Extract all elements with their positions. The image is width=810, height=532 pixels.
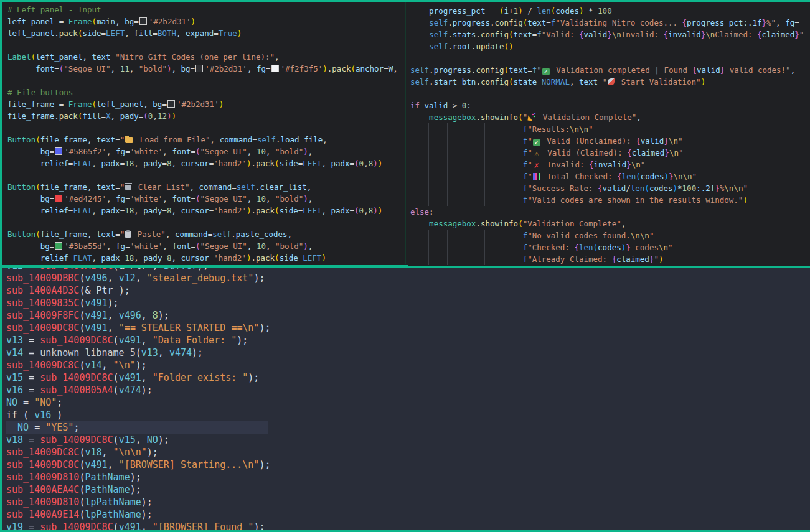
indent-guide (428, 253, 448, 265)
code-token: , (364, 159, 369, 168)
indent-guide (504, 147, 523, 159)
code-token (26, 64, 35, 73)
indent-guide (410, 29, 429, 40)
code-token: v15 (119, 434, 136, 446)
code-token: load_file (281, 135, 323, 144)
code-line: f"Already Claimed: {claimed}") (410, 253, 810, 265)
code-token: v491 (85, 459, 107, 470)
code-token: font (172, 147, 191, 156)
code-token: , (141, 372, 153, 383)
code-token: , (153, 111, 158, 121)
code-token: = (485, 6, 499, 16)
code-token: . (429, 77, 434, 86)
indent-guide (410, 17, 429, 29)
code-token: v496 (85, 273, 107, 284)
code-token: showinfo (481, 113, 518, 122)
decompiler-pseudocode-pane[interactable]: v12 = sub_1400A14BC(&_Ptr_, Buffer);sub_… (2, 268, 810, 530)
code-token: 12 (158, 111, 167, 121)
code-editor-pane-tkinter-input[interactable]: # Left panel - Inputleft_panel = Frame(m… (2, 2, 408, 265)
code-token: pack (256, 253, 275, 263)
indent-guide (410, 230, 429, 241)
code-token: config (481, 77, 509, 86)
code-token: len (631, 184, 645, 193)
code-token: fg (116, 194, 125, 203)
code-token: v474 (119, 385, 141, 396)
code-token: { (757, 30, 762, 39)
code-token: , (791, 65, 796, 75)
code-token: { (617, 172, 622, 181)
code-line: sub_14009D810(lpPathName); (6, 496, 810, 508)
code-token: 10 (257, 194, 266, 203)
code-line: self.stats.config(text=f"Valid: {valid}\… (410, 29, 810, 40)
code-token: sub_14009DC8C (6, 322, 79, 334)
code-line: messagebox.showinfo("Validation Complete… (410, 218, 810, 230)
code-editor-pane-validation[interactable]: progress_pct = (i+1) / len(codes) * 100 … (408, 2, 810, 266)
code-token: , (115, 17, 125, 26)
code-token: " (692, 172, 697, 181)
indent-guide (428, 241, 448, 253)
code-token: Button (7, 182, 35, 192)
code-token: pack (332, 64, 351, 73)
code-token: " (649, 231, 654, 240)
code-line: if valid > 0: (410, 100, 810, 111)
code-token: v14 (6, 347, 23, 358)
code-token: codes (555, 6, 579, 16)
code-token: v12 (6, 268, 23, 271)
code-token: ); (259, 459, 270, 470)
code-token: root (453, 42, 471, 51)
indent-guide (410, 135, 429, 147)
code-token: = (50, 194, 55, 203)
code-line (7, 39, 408, 51)
code-token: text (97, 182, 115, 192)
indent-guide (410, 111, 429, 123)
code-line: v14 = unknown_libname_5(v13, v474); (6, 347, 810, 359)
code-line: bg='#3ba55d', fg='white', font=("Segoe U… (7, 240, 408, 252)
code-token: , (141, 521, 153, 530)
code-token: , (134, 159, 143, 168)
indent-guide (428, 182, 448, 194)
indent-guide (7, 205, 26, 217)
code-token: { (682, 18, 687, 27)
code-token: progress (453, 18, 490, 27)
code-token: padx (331, 206, 349, 215)
code-token: " (588, 124, 593, 134)
code-token: ); (130, 484, 141, 495)
indent-guide (466, 159, 485, 170)
code-line (7, 122, 408, 134)
code-token: \n\n (724, 184, 743, 193)
code-token: = (125, 194, 130, 203)
code-token: side (280, 253, 298, 263)
code-line: f" Valid (Claimed): {claimed}\n" (410, 147, 810, 159)
code-token: ) (579, 6, 584, 16)
code-token: Clear List" (133, 182, 189, 192)
indent-guide (428, 230, 448, 241)
paste-icon (125, 231, 131, 238)
code-token: Label (7, 52, 31, 62)
indent-guide (484, 135, 504, 147)
indent-guide (428, 194, 448, 206)
code-token: , (162, 241, 172, 251)
code-token: self (237, 182, 255, 192)
code-token: fg (257, 64, 266, 73)
code-token: ( (644, 184, 649, 193)
code-token: , (364, 206, 369, 215)
code-token: Validation completed | Found (552, 65, 692, 75)
code-token: Button (7, 135, 35, 144)
code-token: ); (158, 434, 169, 446)
code-token: = (125, 241, 130, 251)
code-token: BOTH (158, 29, 176, 38)
code-token: claimed (632, 148, 665, 157)
code-token: sub_1400A9E14 (6, 509, 79, 520)
code-token: 'hand2' (214, 159, 247, 168)
code-token (420, 101, 425, 110)
code-token: " (678, 136, 683, 146)
code-line: f" Total Checked: {len(codes)}\n\n" (410, 170, 810, 182)
code-token: = (23, 347, 40, 358)
code-token: "Segoe UI" (64, 64, 110, 73)
code-token: v13 (141, 347, 158, 358)
code-token: PathName (85, 484, 130, 495)
code-token: " (527, 160, 532, 169)
indent-guide (466, 253, 485, 265)
code-token: ); (237, 335, 248, 346)
indent-guide (484, 147, 504, 159)
